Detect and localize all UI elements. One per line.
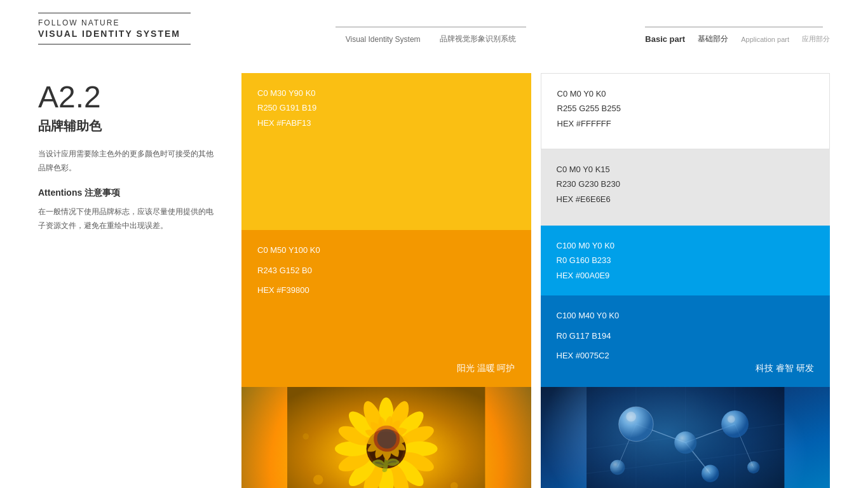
yellow-light-cmyk: C0 M30 Y90 K0 — [257, 86, 515, 100]
header: FOLLOW NATURE VISUAL IDENTITY SYSTEM Vis… — [0, 0, 868, 54]
svg-point-39 — [747, 461, 759, 473]
yellow-dark-swatch: C0 M50 Y100 K0 R243 G152 B0 HEX #F39800 … — [241, 230, 531, 387]
svg-point-17 — [367, 430, 406, 469]
logo-bottom-line — [38, 44, 191, 44]
header-right-nav: Basic part 基础部分 Application part 应用部分 — [645, 27, 830, 44]
left-panel: A2.2 品牌辅助色 当设计应用需要除主色外的更多颜色时可接受的其他品牌色彩。 … — [38, 73, 216, 488]
svg-point-38 — [610, 460, 625, 475]
attentions-desc: 在一般情况下使用品牌标志，应该尽量使用提供的电子资源文件，避免在重绘中出现误差。 — [38, 205, 216, 233]
svg-point-37 — [702, 465, 719, 482]
main-content: A2.2 品牌辅助色 当设计应用需要除主色外的更多颜色时可接受的其他品牌色彩。 … — [0, 54, 868, 488]
nav-app-en[interactable]: Application part — [741, 36, 789, 43]
nav-vis-cn[interactable]: 品牌视觉形象识别系统 — [440, 34, 516, 44]
logo-line2: VISUAL IDENTITY SYSTEM — [38, 29, 216, 39]
header-center-nav: Visual Identity System 品牌视觉形象识别系统 — [216, 27, 645, 44]
molecule-image — [541, 387, 831, 488]
blue-dark-rgb: R0 G117 B194 — [557, 329, 815, 343]
blue-color-column: C0 M0 Y0 K0 R255 G255 B255 HEX #FFFFFF C… — [541, 73, 831, 488]
svg-point-18 — [369, 431, 403, 466]
header-center-line — [336, 27, 526, 27]
svg-point-5 — [403, 442, 437, 456]
nav-basic-en[interactable]: Basic part — [645, 34, 685, 44]
blue-light-hex: HEX #00A0E9 — [557, 268, 815, 283]
logo-section: FOLLOW NATURE VISUAL IDENTITY SYSTEM — [38, 13, 216, 44]
svg-point-19 — [313, 475, 323, 485]
blue-dark-hex: HEX #0075C2 — [557, 348, 815, 363]
blue-dark-swatch: C100 M40 Y0 K0 R0 G117 B194 HEX #0075C2 … — [541, 295, 831, 387]
gray-cmyk: C0 M0 Y0 K15 — [557, 162, 815, 177]
gray-hex: HEX #E6E6E6 — [557, 192, 815, 207]
yellow-color-column: C0 M30 Y90 K0 R250 G191 B19 HEX #FABF13 … — [241, 73, 531, 488]
color-display-area: C0 M30 Y90 K0 R250 G191 B19 HEX #FABF13 … — [241, 73, 830, 488]
sunflower-image — [241, 387, 531, 488]
yellow-light-hex: HEX #FABF13 — [257, 116, 515, 130]
white-rgb: R255 G255 B255 — [557, 101, 814, 116]
white-hex: HEX #FFFFFF — [557, 116, 814, 131]
blue-slogan: 科技 睿智 研发 — [557, 363, 815, 374]
logo-line1: FOLLOW NATURE — [38, 18, 216, 27]
svg-point-35 — [721, 410, 749, 438]
blue-light-swatch: C100 M0 Y0 K0 R0 G160 B233 HEX #00A0E9 — [541, 226, 831, 295]
svg-point-21 — [302, 433, 309, 440]
attentions-title: Attentions 注意事项 — [38, 187, 216, 199]
svg-point-13 — [335, 442, 369, 456]
yellow-slogan: 阳光 温暖 呵护 — [257, 363, 515, 374]
page-title: 品牌辅助色 — [38, 118, 216, 135]
white-cmyk: C0 M0 Y0 K0 — [557, 86, 814, 101]
yellow-dark-cmyk: C0 M50 Y100 K0 — [257, 243, 515, 257]
svg-point-36 — [674, 431, 696, 454]
blue-dark-cmyk: C100 M40 Y0 K0 — [557, 308, 815, 323]
yellow-light-swatch: C0 M30 Y90 K0 R250 G191 B19 HEX #FABF13 — [241, 73, 531, 230]
yellow-dark-hex: HEX #F39800 — [257, 283, 515, 297]
svg-point-1 — [379, 398, 393, 432]
light-gray-swatch: C0 M0 Y0 K15 R230 G230 B230 HEX #E6E6E6 — [541, 149, 831, 226]
description-text: 当设计应用需要除主色外的更多颜色时可接受的其他品牌色彩。 — [38, 147, 216, 175]
nav-vis-en[interactable]: Visual Identity System — [346, 35, 421, 44]
nav-basic-cn[interactable]: 基础部分 — [698, 34, 728, 44]
logo-top-line — [38, 13, 191, 13]
svg-point-41 — [727, 416, 735, 423]
gray-rgb: R230 G230 B230 — [557, 177, 815, 191]
yellow-light-rgb: R250 G191 B19 — [257, 100, 515, 115]
blue-light-rgb: R0 G160 B233 — [557, 253, 815, 268]
yellow-dark-rgb: R243 G152 B0 — [257, 263, 515, 278]
page-number: A2.2 — [38, 79, 216, 114]
blue-light-cmyk: C100 M0 Y0 K0 — [557, 238, 815, 253]
svg-point-40 — [626, 412, 636, 422]
white-swatch: C0 M0 Y0 K0 R255 G255 B255 HEX #FFFFFF — [541, 73, 831, 149]
nav-app-cn[interactable]: 应用部分 — [802, 34, 830, 44]
header-right-line — [645, 27, 823, 27]
